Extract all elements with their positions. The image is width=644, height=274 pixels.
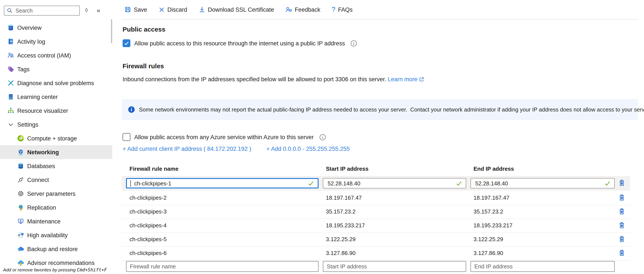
sidebar-item-replication[interactable]: Replication [0, 200, 112, 214]
sidebar-search-row: ◊ « [0, 0, 112, 21]
learning-center-icon: 101 [7, 93, 14, 100]
search-box[interactable] [4, 6, 80, 16]
sidebar-item-connect[interactable]: Connect [0, 173, 112, 187]
start-ip-input[interactable] [327, 180, 453, 187]
delete-rule-button[interactable] [618, 235, 626, 243]
firewall-rule-row[interactable]: ch-clickpipes-4 18.195.233.217 18.195.23… [122, 219, 630, 233]
allow-internet-checkbox[interactable] [122, 39, 130, 47]
delete-rule-button[interactable] [618, 208, 626, 215]
public-access-heading: Public access [122, 26, 165, 33]
gear-icon [17, 190, 24, 197]
discard-button[interactable]: Discard [158, 6, 187, 13]
toolbar-divider [122, 19, 638, 20]
sidebar-item-label: Diagnose and solve problems [17, 80, 94, 86]
rule-name-field [126, 178, 318, 188]
sidebar-item-backup-restore[interactable]: Backup and restore [0, 242, 112, 256]
add-rule-links: + Add current client IP address ( 84.172… [122, 146, 598, 152]
sidebar-item-label: Overview [17, 25, 42, 31]
end-ip-cell: 35.157.23.2 [474, 208, 503, 215]
sidebar-item-settings[interactable]: Settings [0, 118, 112, 131]
sidebar-item-label: Maintenance [27, 218, 61, 224]
sidebar-item-label: Compute + storage [27, 135, 77, 142]
firewall-rules-heading: Firewall rules [122, 62, 164, 70]
faq-icon: ? [332, 6, 336, 14]
new-start-ip-input[interactable] [323, 261, 466, 272]
sidebar-item-resource-visualizer[interactable]: Resource visualizer [0, 104, 112, 118]
end-ip-input[interactable] [474, 180, 602, 187]
new-rule-name-input[interactable] [126, 261, 318, 272]
firewall-rule-row[interactable]: ch-clickpipes-5 3.122.25.29 3.122.25.29 [122, 232, 630, 247]
info-banner-text: Some network environments may not report… [139, 106, 644, 113]
search-input[interactable] [15, 7, 72, 14]
sidebar-item-label: High availability [27, 232, 68, 238]
allow-azure-access-row: Allow public access from any Azure servi… [122, 133, 326, 141]
learn-more-link[interactable]: Learn more [388, 76, 418, 83]
delete-rule-button[interactable] [618, 249, 626, 257]
sidebar-item-networking[interactable]: Networking [0, 145, 112, 159]
sidebar-item-access-control-iam[interactable]: Access control (IAM) [0, 48, 112, 62]
sidebar-item-compute-storage[interactable]: $ Compute + storage [0, 131, 112, 145]
info-icon[interactable] [319, 134, 326, 140]
sidebar-item-maintenance[interactable]: Maintenance [0, 214, 112, 228]
new-rule-row [122, 261, 630, 274]
sidebar-item-learning-center[interactable]: 101 Learning center [0, 90, 112, 104]
sidebar: ◊ « My Overview Activity log Ac [0, 0, 112, 274]
rule-name-input[interactable] [134, 180, 305, 187]
collapse-sidebar-icon[interactable]: « [97, 5, 100, 16]
add-all-ips-link[interactable]: + Add 0.0.0.0 - 255.255.255.255 [266, 146, 350, 152]
sidebar-item-label: Learning center [17, 94, 58, 100]
sidebar-item-activity-log[interactable]: Activity log [0, 35, 112, 48]
command-bar: Save Discard Download SSL Certificate Fe… [124, 6, 353, 14]
sidebar-item-label: Backup and restore [27, 246, 78, 252]
valid-check-icon [308, 180, 314, 186]
sidebar-item-high-availability[interactable]: High availability [0, 228, 112, 242]
sidebar-item-label: Resource visualizer [17, 107, 68, 114]
sidebar-item-overview[interactable]: My Overview [0, 21, 112, 35]
databases-icon: DB [17, 162, 24, 169]
download-ssl-certificate-button[interactable]: Download SSL Certificate [198, 6, 274, 13]
backup-restore-cloud-icon [17, 245, 24, 252]
info-banner: Some network environments may not report… [122, 99, 638, 120]
sidebar-nav: My Overview Activity log Access control … [0, 21, 112, 270]
delete-rule-button[interactable] [618, 222, 626, 229]
rule-name-cell: ch-clickpipes-6 [130, 250, 166, 256]
info-icon[interactable] [351, 40, 357, 47]
delete-rule-button[interactable] [618, 179, 626, 187]
rule-name-cell: ch-clickpipes-2 [130, 194, 166, 201]
sidebar-item-label: Server parameters [27, 190, 76, 197]
column-header-rule-name: Firewall rule name [130, 165, 178, 172]
allow-azure-checkbox[interactable] [122, 133, 130, 141]
add-client-ip-link[interactable]: + Add current client IP address ( 84.172… [122, 146, 251, 152]
sidebar-item-label: Tags [17, 66, 30, 72]
faqs-button[interactable]: ? FAQs [332, 6, 352, 14]
svg-text:$: $ [20, 137, 21, 140]
pin-icon[interactable]: ◊ [85, 5, 88, 16]
firewall-rule-row[interactable]: ch-clickpipes-6 3.127.86.90 3.127.86.90 [122, 246, 630, 260]
sidebar-item-label: Connect [27, 177, 49, 183]
valid-check-icon [604, 180, 611, 186]
sidebar-item-server-parameters[interactable]: Server parameters [0, 187, 112, 200]
sidebar-item-label: Settings [17, 121, 38, 128]
firewall-rule-row[interactable]: ch-clickpipes-2 18.197.167.47 18.197.167… [122, 191, 630, 205]
firewall-rule-row[interactable]: ch-clickpipes-3 35.157.23.2 35.157.23.2 [122, 205, 630, 219]
sidebar-item-label: Advisor recommendations [27, 259, 94, 266]
delete-rule-button[interactable] [618, 194, 626, 201]
external-link-icon [419, 77, 424, 82]
sidebar-item-diagnose[interactable]: Diagnose and solve problems [0, 76, 112, 90]
access-control-people-icon [7, 52, 14, 59]
feedback-button[interactable]: Feedback [285, 6, 320, 13]
save-button[interactable]: Save [124, 6, 147, 13]
search-icon [7, 8, 12, 14]
column-header-start-ip: Start IP address [326, 165, 368, 172]
sidebar-item-databases[interactable]: DB Databases [0, 159, 112, 173]
sidebar-item-tags[interactable]: Tags [0, 62, 112, 76]
rule-name-cell: ch-clickpipes-5 [130, 236, 166, 242]
column-header-end-ip: End IP address [474, 165, 514, 172]
start-ip-cell: 3.122.25.29 [326, 236, 356, 242]
compute-storage-icon: $ [17, 135, 24, 142]
firewall-rule-edit-row[interactable] [122, 176, 630, 191]
new-end-ip-input[interactable] [470, 261, 615, 272]
start-ip-cell: 35.157.23.2 [326, 208, 356, 215]
rule-name-cell: ch-clickpipes-4 [130, 222, 166, 229]
svg-text:DB: DB [19, 165, 21, 167]
